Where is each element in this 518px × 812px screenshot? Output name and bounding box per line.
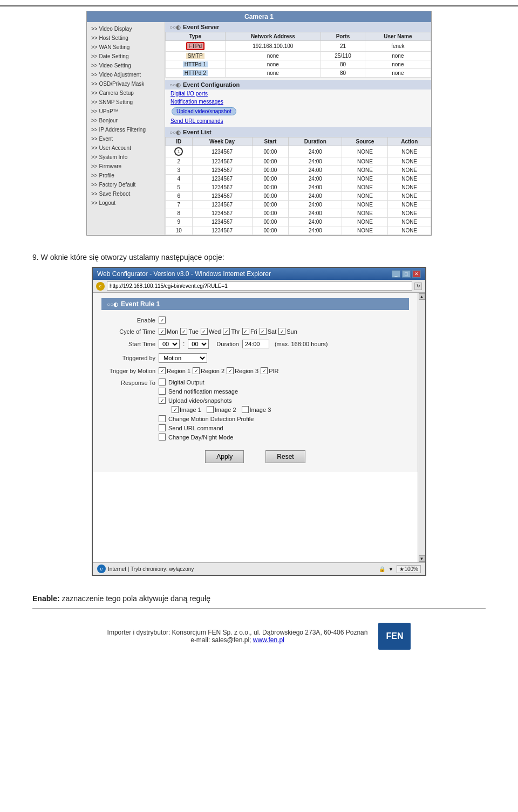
- table-row[interactable]: 4 1234567 00:00 24:00 NONE NONE: [166, 175, 431, 183]
- image3-checkbox[interactable]: [242, 406, 249, 413]
- event-server-header: ○○◐ Event Server: [165, 22, 431, 32]
- nav-event[interactable]: >> Event: [87, 134, 165, 143]
- image3-label: Image 3: [250, 407, 271, 413]
- apply-button[interactable]: Apply: [205, 450, 244, 463]
- nav-ip-filter[interactable]: >> IP Address Filtering: [87, 125, 165, 134]
- table-row[interactable]: 5 1234567 00:00 24:00 NONE NONE: [166, 183, 431, 192]
- enable-checkbox[interactable]: ✓: [159, 316, 166, 324]
- sat-checkbox[interactable]: ✓: [260, 328, 267, 335]
- type-smtp[interactable]: SMTP: [166, 52, 226, 60]
- link-digital-io[interactable]: Digital I/O ports: [165, 90, 431, 98]
- user-httpd2: none: [365, 69, 431, 78]
- scrollbar[interactable]: ▲ ▼: [418, 293, 425, 562]
- mon-checkbox[interactable]: ✓: [159, 328, 166, 335]
- nav-bonjour[interactable]: >> Bonjour: [87, 116, 165, 125]
- region3-checkbox[interactable]: ✓: [227, 367, 234, 374]
- nav-video-adj[interactable]: >> Video Adjustment: [87, 70, 165, 79]
- type-httpd1[interactable]: HTTPd 1: [166, 60, 226, 69]
- link-url-commands[interactable]: Send URL commands: [165, 117, 431, 125]
- row-id: 1: [166, 146, 193, 157]
- nav-upnp[interactable]: >> UPnP™: [87, 107, 165, 116]
- type-ftp[interactable]: FTPd: [166, 41, 226, 52]
- nav-firmware[interactable]: >> Firmware: [87, 162, 165, 171]
- table-row[interactable]: 2 1234567 00:00 24:00 NONE NONE: [166, 157, 431, 166]
- nav-snmp[interactable]: >> SNMP Setting: [87, 98, 165, 107]
- motion-detection-checkbox[interactable]: [159, 415, 166, 422]
- col-id: ID: [166, 137, 193, 146]
- row-id: 6: [166, 192, 193, 201]
- image1-checkbox[interactable]: ✓: [172, 406, 179, 413]
- nav-logout[interactable]: >> Logout: [87, 198, 165, 208]
- table-row[interactable]: 7 1234567 00:00 24:00 NONE NONE: [166, 201, 431, 209]
- url-command-checkbox[interactable]: [159, 424, 166, 431]
- fri-checkbox[interactable]: ✓: [242, 328, 249, 335]
- nav-video-setting[interactable]: >> Video Setting: [87, 61, 165, 70]
- triggered-by-select[interactable]: Motion: [159, 353, 207, 363]
- scroll-down-button[interactable]: ▼: [419, 555, 425, 562]
- row-start: 00:00: [252, 218, 288, 226]
- upload-video-checkbox[interactable]: ✓: [159, 397, 166, 404]
- maximize-button[interactable]: □: [402, 270, 411, 278]
- fen-link[interactable]: www.fen.pl: [253, 636, 284, 644]
- status-bar: e Internet | Tryb chroniony: wyłączony 🔒…: [93, 562, 425, 575]
- table-row[interactable]: 10 1234567 00:00 24:00 NONE NONE: [166, 226, 431, 235]
- region1-checkbox[interactable]: ✓: [159, 367, 166, 374]
- nav-system-info[interactable]: >> System Info: [87, 153, 165, 162]
- start-min-select[interactable]: 00: [188, 339, 209, 349]
- duration-input[interactable]: [242, 340, 269, 348]
- nav-date-setting[interactable]: >> Date Setting: [87, 52, 165, 61]
- col-username: User Name: [365, 32, 431, 41]
- nav-host-setting[interactable]: >> Host Setting: [87, 33, 165, 43]
- nav-camera-setup[interactable]: >> Camera Setup: [87, 88, 165, 98]
- table-row[interactable]: 6 1234567 00:00 24:00 NONE NONE: [166, 192, 431, 201]
- day-night-checkbox[interactable]: [159, 433, 166, 441]
- sun-checkbox[interactable]: ✓: [278, 328, 285, 335]
- region2-item: ✓ Region 2: [193, 367, 224, 374]
- day-thr: ✓ Thr: [223, 328, 240, 335]
- row-id: 9: [166, 218, 193, 226]
- table-row[interactable]: 8 1234567 00:00 24:00 NONE NONE: [166, 209, 431, 218]
- nav-profile[interactable]: >> Profile: [87, 171, 165, 180]
- col-duration: Duration: [289, 137, 342, 146]
- nav-osd[interactable]: >> OSD/Privacy Mask: [87, 79, 165, 88]
- nav-save-reboot[interactable]: >> Save Reboot: [87, 189, 165, 198]
- table-row[interactable]: 9 1234567 00:00 24:00 NONE NONE: [166, 218, 431, 226]
- duration-max: (max. 168:00 hours): [275, 341, 328, 347]
- start-hour-select[interactable]: 00: [159, 339, 180, 349]
- camera-title: Camera 1: [87, 11, 431, 22]
- zoom-badge[interactable]: ★100%: [397, 565, 421, 573]
- response-notification: Send notification message: [159, 388, 271, 395]
- address-input[interactable]: [107, 281, 412, 291]
- nav-video-display[interactable]: >> Video Display: [87, 24, 165, 33]
- table-row[interactable]: 1 1234567 00:00 24:00 NONE NONE: [166, 146, 431, 157]
- refresh-button[interactable]: ↻: [414, 283, 422, 290]
- scroll-up-button[interactable]: ▲: [419, 293, 425, 300]
- minimize-button[interactable]: _: [392, 270, 400, 278]
- reset-button[interactable]: Reset: [265, 450, 305, 463]
- dots-icon3: ○○◐: [169, 129, 181, 135]
- row-id: 7: [166, 201, 193, 209]
- triggered-by-label: Triggered by: [101, 355, 155, 361]
- link-upload-video[interactable]: Upload video/snapshot: [172, 107, 236, 115]
- row-action: NONE: [388, 192, 431, 201]
- nav-factory-default[interactable]: >> Factory Default: [87, 180, 165, 189]
- pir-checkbox[interactable]: ✓: [261, 367, 268, 374]
- table-row[interactable]: 3 1234567 00:00 24:00 NONE NONE: [166, 166, 431, 175]
- region2-checkbox[interactable]: ✓: [193, 367, 200, 374]
- col-type: Type: [166, 32, 226, 41]
- type-httpd2[interactable]: HTTPd 2: [166, 69, 226, 78]
- wed-checkbox[interactable]: ✓: [201, 328, 208, 335]
- notification-checkbox[interactable]: [159, 388, 166, 395]
- nav-wan-setting[interactable]: >> WAN Setting: [87, 43, 165, 52]
- response-url-command: Send URL command: [159, 424, 271, 431]
- zoom-arrow: ▼: [388, 566, 394, 572]
- digital-output-checkbox[interactable]: [159, 379, 166, 386]
- window-titlebar: Web Configurator - Version v3.0 - Window…: [93, 268, 425, 280]
- image2-checkbox[interactable]: [207, 406, 214, 413]
- link-notification[interactable]: Notification messages: [165, 98, 431, 106]
- thr-checkbox[interactable]: ✓: [223, 328, 230, 335]
- row-start: 00:00: [252, 201, 288, 209]
- tue-checkbox[interactable]: ✓: [180, 328, 187, 335]
- close-button[interactable]: ✕: [412, 270, 421, 278]
- nav-user-account[interactable]: >> User Account: [87, 143, 165, 153]
